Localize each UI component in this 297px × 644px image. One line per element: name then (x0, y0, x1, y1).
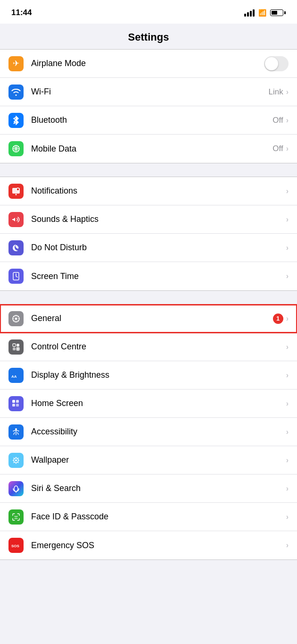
siri-search-label: Siri & Search (31, 483, 286, 493)
wifi-status-icon: 📶 (258, 9, 266, 17)
wallpaper-right: › (286, 456, 289, 465)
do-not-disturb-icon (8, 240, 24, 255)
accessibility-icon (8, 424, 24, 440)
face-id-icon (8, 509, 24, 525)
control-centre-label: Control Centre (31, 342, 286, 352)
sounds-haptics-icon (8, 212, 24, 227)
notifications-label: Notifications (31, 186, 286, 196)
mobile-data-right: Off › (272, 144, 289, 153)
wifi-right: Link › (268, 87, 289, 97)
sounds-haptics-chevron: › (286, 215, 289, 224)
status-bar: 11:44 📶 (0, 0, 297, 24)
home-screen-row[interactable]: Home Screen › (0, 390, 297, 418)
face-id-label: Face ID & Passcode (31, 512, 286, 522)
svg-point-17 (15, 428, 17, 430)
page-header: Settings (0, 24, 297, 49)
face-id-right: › (286, 513, 289, 521)
home-screen-right: › (286, 399, 289, 408)
airplane-mode-toggle[interactable] (264, 56, 289, 71)
system-group: General 1 › Control Centre › AA Display (0, 304, 297, 560)
mobile-data-value: Off (272, 144, 283, 153)
notifications-row[interactable]: Notifications › (0, 177, 297, 205)
emergency-sos-icon: SOS (8, 538, 24, 553)
display-brightness-chevron: › (286, 371, 289, 380)
control-centre-row[interactable]: Control Centre › (0, 333, 297, 361)
svg-point-22 (15, 516, 16, 517)
notifications-right: › (286, 187, 289, 195)
svg-rect-7 (13, 344, 16, 347)
svg-rect-13 (12, 400, 15, 403)
signal-bar-1 (244, 14, 246, 17)
display-brightness-label: Display & Brightness (31, 370, 286, 380)
emergency-sos-chevron: › (286, 541, 289, 550)
signal-bar-2 (247, 12, 249, 17)
svg-rect-9 (13, 347, 16, 350)
general-right: 1 › (273, 314, 289, 324)
emergency-sos-row[interactable]: SOS Emergency SOS › (0, 531, 297, 559)
notifications-chevron: › (286, 187, 289, 195)
battery-icon (270, 9, 286, 16)
bluetooth-value: Off (272, 116, 283, 125)
control-centre-right: › (286, 343, 289, 351)
airplane-mode-row[interactable]: ✈ Airplane Mode (0, 50, 297, 78)
mobile-data-label: Mobile Data (31, 144, 272, 154)
siri-search-chevron: › (286, 484, 289, 493)
accessibility-chevron: › (286, 428, 289, 436)
page-title: Settings (0, 31, 297, 43)
control-centre-chevron: › (286, 343, 289, 351)
accessibility-label: Accessibility (31, 427, 286, 437)
general-badge: 1 (273, 314, 283, 324)
general-chevron: › (286, 314, 289, 323)
svg-text:AA: AA (11, 374, 17, 379)
do-not-disturb-chevron: › (286, 244, 289, 252)
wifi-row[interactable]: Wi-Fi Link › (0, 78, 297, 106)
do-not-disturb-label: Do Not Disturb (31, 243, 286, 253)
screen-time-row[interactable]: Screen Time › (0, 262, 297, 290)
status-time: 11:44 (11, 8, 32, 17)
do-not-disturb-right: › (286, 244, 289, 252)
svg-point-6 (15, 317, 17, 320)
display-brightness-row[interactable]: AA Display & Brightness › (0, 361, 297, 390)
siri-search-right: › (286, 484, 289, 493)
bluetooth-row[interactable]: Bluetooth Off › (0, 106, 297, 135)
sounds-haptics-row[interactable]: Sounds & Haptics › (0, 205, 297, 234)
svg-text:SOS: SOS (11, 544, 20, 548)
svg-point-2 (16, 194, 17, 195)
screen-time-right: › (286, 272, 289, 280)
siri-search-row[interactable]: Siri & Search › (0, 475, 297, 503)
accessibility-right: › (286, 428, 289, 436)
battery-fill (272, 11, 277, 15)
home-screen-label: Home Screen (31, 398, 286, 408)
airplane-mode-icon: ✈ (8, 56, 24, 71)
sounds-haptics-label: Sounds & Haptics (31, 214, 286, 224)
alerts-group: Notifications › Sounds & Haptics › Do No… (0, 177, 297, 291)
wallpaper-row[interactable]: Wallpaper › (0, 446, 297, 475)
siri-search-icon (8, 481, 24, 496)
wallpaper-label: Wallpaper (31, 455, 286, 465)
bluetooth-chevron: › (286, 116, 289, 125)
signal-bar-4 (253, 9, 255, 17)
svg-point-20 (14, 486, 18, 491)
accessibility-row[interactable]: Accessibility › (0, 418, 297, 446)
battery-body (270, 9, 283, 16)
wifi-icon (8, 85, 24, 100)
svg-rect-14 (16, 400, 19, 403)
signal-bar-3 (250, 11, 252, 17)
face-id-chevron: › (286, 513, 289, 521)
screen-time-chevron: › (286, 272, 289, 280)
mobile-data-row[interactable]: Mobile Data Off › (0, 135, 297, 163)
screen-time-label: Screen Time (31, 271, 286, 281)
control-centre-icon (8, 339, 24, 355)
general-row[interactable]: General 1 › (0, 305, 297, 333)
svg-point-19 (15, 459, 17, 461)
emergency-sos-right: › (286, 541, 289, 550)
wifi-label: Wi-Fi (31, 87, 268, 97)
svg-point-3 (16, 188, 19, 191)
do-not-disturb-row[interactable]: Do Not Disturb › (0, 234, 297, 262)
general-label: General (31, 314, 273, 323)
screen-time-icon (8, 269, 24, 284)
mobile-data-chevron: › (286, 144, 289, 153)
face-id-row[interactable]: Face ID & Passcode › (0, 503, 297, 531)
home-screen-icon (8, 396, 24, 411)
bluetooth-icon (8, 113, 24, 128)
